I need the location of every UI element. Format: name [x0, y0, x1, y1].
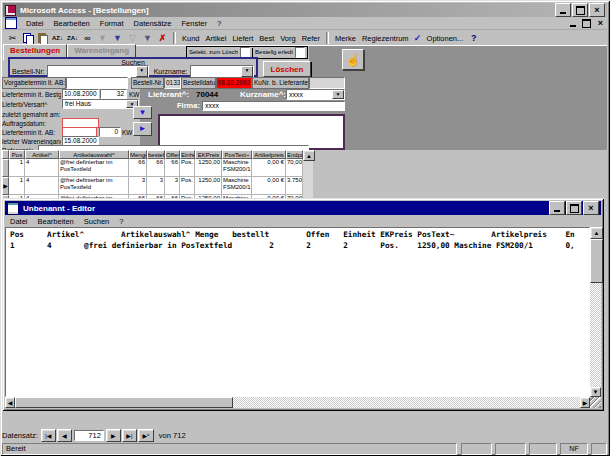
cell-offen: 66 [165, 159, 180, 177]
toolbar-regiezentrum-button[interactable]: Regiezentrum [359, 33, 412, 44]
toolbar-optionen-button[interactable]: Optionen... [424, 33, 467, 44]
cell-einheit: Pos. [180, 159, 195, 177]
cut-icon[interactable]: ✂ [5, 31, 20, 45]
subform-table: Pos Artikel^ Artikelauswahl^ Menge beste… [2, 150, 303, 198]
resize-grip-icon[interactable] [590, 397, 601, 408]
minimize-button[interactable] [555, 3, 571, 17]
vorgabetermin-field[interactable] [66, 77, 128, 89]
cell-menge: 3 [129, 177, 147, 195]
menu-datensaetze[interactable]: Datensätze [129, 18, 177, 29]
editor-menu-suchen[interactable]: Suchen [79, 216, 114, 227]
current-record-selector[interactable]: ▶ [2, 177, 9, 195]
new-record-button[interactable]: ▶* [138, 429, 154, 442]
checkmark-icon[interactable]: ✓ [412, 31, 424, 45]
child-minimize-button[interactable] [566, 18, 579, 29]
editor-maximize-button[interactable] [566, 201, 582, 215]
toolbar-kund-button[interactable]: Kund [179, 33, 203, 44]
find-icon[interactable]: ∞ [80, 31, 95, 45]
cell-endpreis: 3.750 [286, 177, 303, 195]
kunr-lieferanten-field[interactable] [309, 77, 345, 89]
form-system-icon[interactable] [5, 17, 17, 29]
last-record-button[interactable]: ▶| [122, 429, 137, 442]
chevron-down-icon[interactable]: ▼ [241, 66, 253, 77]
toolbar-vorg-button[interactable]: Vorg [277, 33, 298, 44]
bestelldatum-value[interactable]: 08.10.2002 [216, 77, 252, 89]
loeschen-button[interactable]: Löschen [263, 61, 311, 77]
kw-label: KW [129, 90, 141, 99]
first-record-button[interactable]: |◀ [41, 429, 56, 442]
liefertermin-bestg-kw-field[interactable]: 32 [100, 89, 127, 99]
kurzname-combobox[interactable]: xxxx ▼ [286, 89, 345, 100]
paste-icon[interactable] [35, 31, 50, 45]
sort-descending-icon[interactable]: ZA↓ [65, 31, 80, 45]
restore-button[interactable] [572, 3, 588, 17]
editor-menu-hilfe[interactable]: ? [114, 216, 128, 227]
lieferb-versart-label: Lieferb/Versart^ [2, 100, 61, 109]
filter-icon[interactable]: ▽ [125, 31, 140, 45]
move-down-button[interactable]: ▼ [133, 106, 152, 119]
lieferb-versart-combobox[interactable]: frei Haus ▼ [62, 99, 139, 109]
chevron-down-icon[interactable]: ▼ [332, 90, 344, 99]
header-ekpreis: EKPreis [195, 150, 222, 159]
liefertermin-bestg-field[interactable]: 10.08.2000 [62, 89, 99, 99]
menu-datei[interactable]: Datei [21, 18, 49, 29]
header-postext: PosText~ [222, 150, 252, 159]
scroll-right-icon[interactable]: ▶ [580, 397, 590, 408]
chevron-down-icon[interactable]: ▼ [136, 66, 148, 77]
search-groupbox: Suchen Bestell-Nr: ▼ Kurzname: ▼ [8, 57, 258, 77]
status-panel [529, 443, 557, 455]
editor-menu-bearbeiten[interactable]: Bearbeiten [33, 216, 79, 227]
editor-close-button[interactable]: × [583, 201, 599, 215]
access-app-icon[interactable] [5, 5, 16, 16]
hand-tool-button[interactable]: ☝ [342, 49, 364, 70]
help-icon[interactable]: ? [466, 31, 481, 45]
scrollbar-thumb[interactable] [590, 239, 603, 283]
editor-text-area[interactable]: Pos Artikel^ Artikelauswahl^ Menge beste… [5, 227, 590, 397]
sort-ascending-icon[interactable]: AZ↓ [50, 31, 65, 45]
menu-hilfe[interactable]: ? [212, 18, 226, 29]
filter-by-form-icon[interactable]: ▼ [110, 31, 125, 45]
menu-bearbeiten[interactable]: Bearbeiten [49, 18, 95, 29]
record-number-input[interactable]: 712 [74, 430, 104, 441]
previous-record-button[interactable]: ◀ [57, 429, 72, 442]
menu-fenster[interactable]: Fenster [177, 18, 212, 29]
copy-icon[interactable] [20, 31, 35, 45]
toolbar-liefert-button[interactable]: Liefert [229, 33, 256, 44]
scroll-up-icon[interactable]: ▲ [590, 227, 603, 239]
cell-artikelpreis: 0,00 € [252, 159, 286, 177]
toolbar-best-button[interactable]: Best [256, 33, 277, 44]
close-button[interactable]: × [589, 3, 605, 17]
search-bestellnr-label: Bestell-Nr: [12, 67, 45, 76]
toolbar-refer-button[interactable]: Refer [299, 33, 323, 44]
row-selector[interactable] [2, 159, 9, 177]
scroll-left-icon[interactable]: ◀ [5, 397, 15, 408]
filter-by-selection-icon[interactable]: ▼ [95, 31, 110, 45]
notepad-icon[interactable] [7, 202, 19, 215]
apply-filter-icon[interactable]: ▼ [140, 31, 155, 45]
toolbar-merke-button[interactable]: Merke [332, 33, 359, 44]
toolbar-artikel-button[interactable]: Artikel [203, 33, 230, 44]
scroll-down-icon[interactable]: ▼ [590, 387, 601, 397]
status-numlock-indicator: NF [560, 443, 588, 455]
subform-scrollbar[interactable]: ▲ [303, 150, 313, 198]
editor-minimize-button[interactable] [549, 201, 565, 215]
scroll-up-icon[interactable]: ▲ [303, 150, 315, 161]
bestelldatum-label: Bestelldatum: [181, 77, 216, 89]
next-record-button[interactable]: ▶ [106, 429, 121, 442]
child-restore-button[interactable] [580, 18, 593, 29]
move-right-button[interactable]: ► [133, 122, 152, 136]
bestellg-erledigt-checkbox[interactable] [295, 47, 305, 58]
editor-horizontal-scrollbar[interactable]: ◀ ▶ [5, 397, 590, 408]
editor-menu-datei[interactable]: Datei [5, 216, 33, 227]
firma-field[interactable]: xxxx [202, 101, 345, 111]
header-einheit: Einheit [180, 150, 195, 159]
scrollbar-thumb[interactable] [15, 397, 233, 408]
menu-format[interactable]: Format [95, 18, 129, 29]
record-count-label: von 712 [159, 431, 186, 441]
remove-filter-icon[interactable]: ✗ [155, 31, 170, 45]
liefertermin-ab-kw-field[interactable]: 0 [99, 127, 121, 137]
bestellnr-value[interactable]: 01330 [164, 77, 181, 89]
cell-bestellt: 66 [147, 159, 165, 177]
child-close-button[interactable]: × [594, 18, 607, 29]
editor-vertical-scrollbar[interactable]: ▲ ▼ [590, 227, 601, 397]
